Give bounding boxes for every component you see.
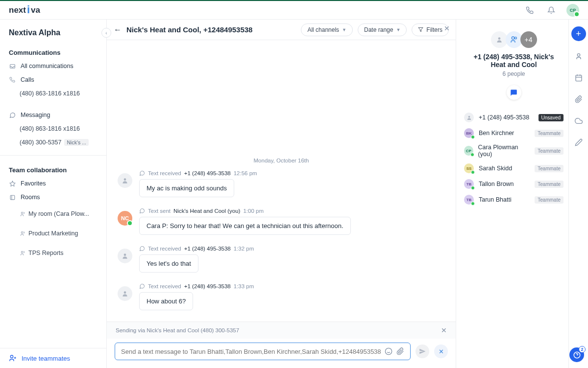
member-row[interactable]: TBTarun BhattiTeammate <box>464 192 564 207</box>
phone-icon[interactable] <box>523 4 536 17</box>
member-name: +1 (248) 495-3538 <box>479 114 529 121</box>
nav-room-2[interactable]: Product Marketing <box>0 224 106 243</box>
svg-marker-1 <box>10 181 15 186</box>
svg-point-11 <box>124 253 126 256</box>
overflow-count[interactable]: +4 <box>520 31 537 48</box>
member-row[interactable]: +1 (248) 495-3538Unsaved <box>464 110 564 125</box>
back-button[interactable]: ← <box>114 25 122 34</box>
member-badge: Unsaved <box>539 114 564 121</box>
message-avatar <box>118 286 132 301</box>
edit-icon[interactable] <box>572 136 585 149</box>
group-icon <box>506 31 522 48</box>
member-row[interactable]: TBTallon BrownTeammate <box>464 176 564 192</box>
filters-button[interactable]: Filters <box>412 23 449 36</box>
svg-rect-2 <box>10 195 15 200</box>
nav-label: Calls <box>21 76 34 83</box>
user-avatar[interactable]: CP <box>566 4 579 17</box>
nav-all-communications[interactable]: All communications <box>0 59 106 73</box>
svg-point-16 <box>498 37 500 40</box>
svg-point-12 <box>124 291 126 294</box>
nav-label: All communications <box>21 63 74 69</box>
calendar-icon[interactable] <box>572 71 585 84</box>
member-badge: Teammate <box>535 181 564 188</box>
member-avatar: TB <box>464 179 474 189</box>
nav-messaging[interactable]: Messaging <box>0 108 106 122</box>
member-badge: Teammate <box>535 130 564 137</box>
member-badge: Teammate <box>535 147 564 155</box>
emoji-icon[interactable] <box>385 347 392 355</box>
date-range-filter[interactable]: Date range▼ <box>358 23 407 36</box>
message-bubble: Cara P: Sorry to hear that! We can get a… <box>139 217 351 235</box>
new-button[interactable]: + <box>571 26 586 41</box>
cloud-icon[interactable] <box>572 115 585 127</box>
nav-label: Messaging <box>21 112 50 118</box>
nav-rooms[interactable]: Rooms <box>0 190 106 204</box>
nav-favorites[interactable]: Favorites <box>0 177 106 190</box>
filter-icon <box>418 27 423 32</box>
member-avatar: SS <box>464 163 474 173</box>
svg-point-13 <box>385 348 392 354</box>
attachment-rail-icon[interactable] <box>572 93 585 106</box>
nav-room-3[interactable]: TPS Reports <box>0 243 106 263</box>
nav-calls-number[interactable]: (480) 863-1816 x1816 <box>0 87 106 100</box>
member-avatar: BK <box>464 128 474 138</box>
close-conversation-button[interactable]: ✕ <box>444 24 450 32</box>
start-chat-button[interactable] <box>507 85 521 100</box>
svg-point-20 <box>577 54 580 56</box>
dismiss-compose-hint[interactable]: ✕ <box>441 326 447 334</box>
help-badge-count: 2 <box>579 346 586 353</box>
message-bubble: How about 6? <box>139 292 193 310</box>
member-row[interactable]: SSSarah SkiddTeammate <box>464 161 564 176</box>
member-badge: Teammate <box>535 165 564 172</box>
profile-icon[interactable] <box>572 50 585 63</box>
group-icon <box>20 207 25 220</box>
caret-down-icon: ▼ <box>396 27 400 32</box>
svg-marker-9 <box>418 27 423 31</box>
phone-small-icon <box>9 76 16 83</box>
message-meta: Text sent Nick's Heat and Cool (you) 1:0… <box>139 208 445 214</box>
message-row: NCText sent Nick's Heat and Cool (you) 1… <box>118 208 445 235</box>
detail-subtitle: 6 people <box>464 69 564 83</box>
brand-logo: nextiva <box>9 5 40 15</box>
member-name: Sarah Skidd <box>479 165 512 172</box>
member-row[interactable]: CPCara Plowman (you)Teammate <box>464 141 564 161</box>
conversation-panel: ← Nick's Heat and Cool, +12484953538 All… <box>107 1 456 368</box>
member-row[interactable]: BKBen KirchnerTeammate <box>464 125 564 141</box>
member-name: Tallon Brown <box>479 181 514 187</box>
cancel-compose-button[interactable]: ✕ <box>434 345 448 358</box>
invite-teammates-button[interactable]: Invite teammates <box>0 348 106 368</box>
nav-calls[interactable]: Calls <box>0 73 106 87</box>
attachment-icon[interactable] <box>396 347 404 355</box>
member-avatar <box>464 113 474 122</box>
group-icon <box>20 227 25 240</box>
svg-point-17 <box>512 37 514 39</box>
svg-point-6 <box>10 355 13 358</box>
member-name: Cara Plowman (you) <box>478 144 530 158</box>
svg-point-4 <box>21 231 23 233</box>
help-button[interactable]: 2 <box>569 347 584 362</box>
group-icon <box>20 247 25 259</box>
nav-msg-number-1[interactable]: (480) 863-1816 x1816 <box>0 122 106 136</box>
nav-msg-number-2[interactable]: (480) 300-5357 Nick's ... <box>0 136 106 149</box>
member-avatar: CP <box>464 146 473 156</box>
caret-down-icon: ▼ <box>342 27 346 32</box>
member-name: Ben Kirchner <box>479 130 514 137</box>
bell-icon[interactable] <box>545 4 558 17</box>
all-channels-filter[interactable]: All channels▼ <box>301 23 353 36</box>
collapse-sidebar-button[interactable]: ‹ <box>101 28 111 38</box>
compose-input-wrap <box>115 343 411 360</box>
detail-panel: +4 +1 (248) 495-3538, Nick's Heat and Co… <box>456 1 568 368</box>
detail-title: +1 (248) 495-3538, Nick's Heat and Cool <box>464 53 564 69</box>
message-row: Text received +1 (248) 495-3538 1:32 pmY… <box>118 246 445 273</box>
message-meta: Text received +1 (248) 495-3538 12:56 pm <box>139 170 445 176</box>
nav-label: Favorites <box>21 180 46 187</box>
nav-room-1[interactable]: My room (Cara Plow... <box>0 204 106 224</box>
svg-point-10 <box>124 178 126 181</box>
message-row: Text received +1 (248) 495-3538 12:56 pm… <box>118 170 445 197</box>
compose-input[interactable] <box>121 348 381 355</box>
user-plus-icon <box>9 354 17 362</box>
member-badge: Teammate <box>535 196 564 204</box>
section-communications: Communications <box>0 44 106 59</box>
send-button[interactable] <box>416 345 429 358</box>
conversation-title: Nick's Heat and Cool, +12484953538 <box>126 25 296 34</box>
